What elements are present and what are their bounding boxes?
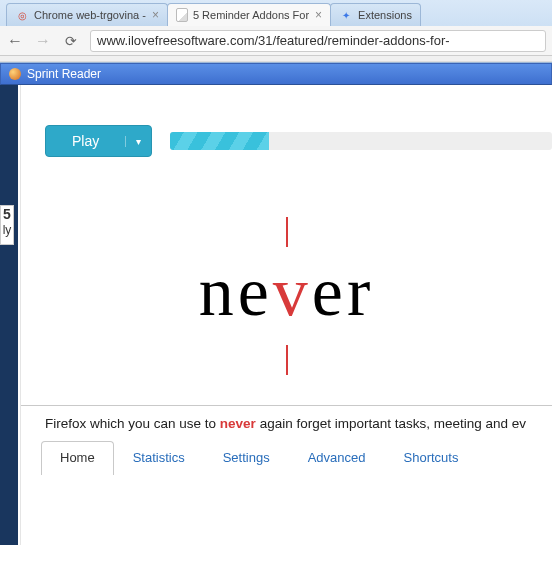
- chrome-icon: ◎: [15, 8, 29, 22]
- tab-title: Extensions: [358, 9, 412, 21]
- play-label: Play: [46, 133, 125, 149]
- reader-card: Play ▾ never Firefox which you can use t…: [20, 85, 552, 545]
- close-icon[interactable]: ×: [315, 9, 322, 21]
- fragment-big: 5: [1, 206, 13, 222]
- sprint-reader-window: Sprint Reader 5 ly Play ▾ never: [0, 63, 552, 545]
- controls-row: Play ▾: [21, 85, 552, 157]
- puzzle-icon: ✦: [339, 8, 353, 22]
- reload-button[interactable]: ⟳: [62, 34, 80, 48]
- toolbar: ← → ⟳ www.ilovefreesoftware.com/31/featu…: [0, 26, 552, 56]
- focus-tick-bottom: [286, 345, 288, 375]
- tab-settings[interactable]: Settings: [204, 441, 289, 475]
- browser-chrome: ◎ Chrome web-trgovina - × 5 Reminder Add…: [0, 0, 552, 63]
- page-background-left: [0, 85, 18, 545]
- forward-button[interactable]: →: [34, 33, 52, 49]
- title-bar[interactable]: Sprint Reader: [0, 63, 552, 85]
- context-highlight: never: [220, 416, 256, 431]
- close-icon[interactable]: ×: [152, 9, 159, 21]
- url-text: www.ilovefreesoftware.com/31/featured/re…: [97, 33, 450, 48]
- context-sentence: Firefox which you can use to never again…: [21, 405, 552, 441]
- context-post: again forget important tasks, meeting an…: [256, 416, 526, 431]
- progress-fill: [170, 132, 269, 150]
- tab-reminder-addons[interactable]: 5 Reminder Addons For ×: [167, 3, 331, 26]
- page-icon: [176, 8, 188, 22]
- app-body: 5 ly Play ▾ never Firefox which you can …: [0, 85, 552, 545]
- tab-advanced[interactable]: Advanced: [289, 441, 385, 475]
- current-word: never: [21, 257, 552, 327]
- tab-home[interactable]: Home: [41, 441, 114, 475]
- word-pivot: v: [273, 253, 312, 330]
- word-post: er: [312, 253, 374, 330]
- play-button[interactable]: Play ▾: [45, 125, 152, 157]
- bookmark-bar-fragment: [0, 56, 552, 62]
- focus-tick-top: [286, 217, 288, 247]
- app-icon: [9, 68, 21, 80]
- tab-title: Chrome web-trgovina -: [34, 9, 146, 21]
- context-pre: Firefox which you can use to: [45, 416, 220, 431]
- tab-title: 5 Reminder Addons For: [193, 9, 309, 21]
- back-button[interactable]: ←: [6, 33, 24, 49]
- tab-strip: ◎ Chrome web-trgovina - × 5 Reminder Add…: [0, 0, 552, 26]
- page-fragment-left: 5 ly: [0, 205, 14, 245]
- word-pre: ne: [199, 253, 273, 330]
- word-display: never: [21, 157, 552, 405]
- bottom-tabs: Home Statistics Settings Advanced Shortc…: [21, 441, 552, 475]
- fragment-small: ly: [3, 223, 12, 237]
- tab-shortcuts[interactable]: Shortcuts: [385, 441, 478, 475]
- progress-bar[interactable]: [170, 132, 552, 150]
- chevron-down-icon[interactable]: ▾: [125, 136, 151, 147]
- tab-statistics[interactable]: Statistics: [114, 441, 204, 475]
- tab-chrome-webstore[interactable]: ◎ Chrome web-trgovina - ×: [6, 3, 168, 26]
- address-bar[interactable]: www.ilovefreesoftware.com/31/featured/re…: [90, 30, 546, 52]
- window-title: Sprint Reader: [27, 67, 101, 81]
- tab-extensions[interactable]: ✦ Extensions: [330, 3, 421, 26]
